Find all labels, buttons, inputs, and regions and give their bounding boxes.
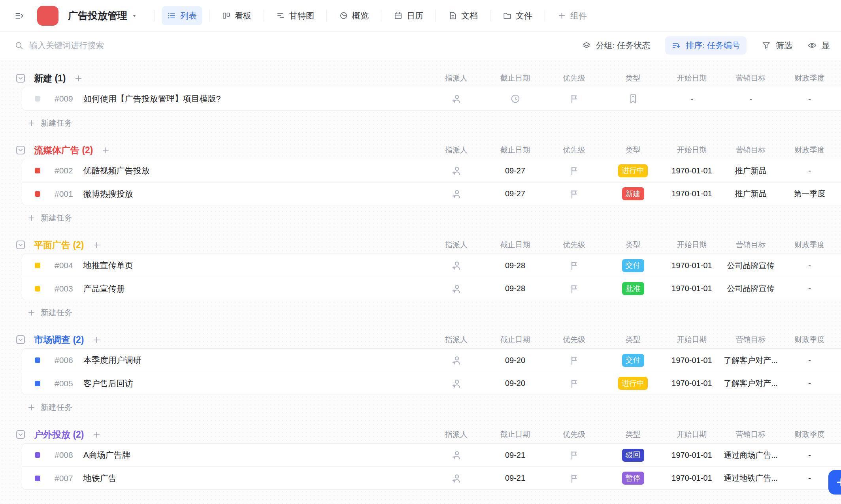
new-task-button[interactable]: 新建任务 xyxy=(27,211,72,224)
toolbar-control[interactable]: 排序: 任务编号 xyxy=(665,36,747,55)
start-date-cell[interactable]: 1970-01-01 xyxy=(662,166,721,175)
task-row[interactable]: #005 客户售后回访 09-20 进行中 1970-01-01 了解客户对产.… xyxy=(22,372,841,395)
sidebar-toggle-icon[interactable] xyxy=(14,11,25,21)
priority-cell[interactable] xyxy=(545,355,603,366)
search-input[interactable] xyxy=(29,41,266,50)
new-task-button[interactable]: 新建任务 xyxy=(27,116,72,130)
start-date-cell[interactable]: 1970-01-01 xyxy=(662,356,721,365)
due-date-cell[interactable]: 09-27 xyxy=(486,189,545,198)
assignee-cell[interactable] xyxy=(427,473,486,484)
assignee-cell[interactable] xyxy=(427,355,486,366)
assignee-cell[interactable] xyxy=(427,283,486,294)
type-cell[interactable]: 进行中 xyxy=(603,377,662,390)
due-date-cell[interactable]: 09-20 xyxy=(486,356,545,365)
assignee-cell[interactable] xyxy=(427,260,486,271)
marketing-goal-cell[interactable]: 公司品牌宣传 xyxy=(721,260,780,271)
task-title[interactable]: 微博热搜投放 xyxy=(83,188,133,199)
type-cell[interactable] xyxy=(603,93,662,104)
tab-日历[interactable]: 日历 xyxy=(388,6,429,25)
task-title[interactable]: 地推宣传单页 xyxy=(83,260,133,271)
collapse-group-icon[interactable] xyxy=(15,73,26,84)
priority-cell[interactable] xyxy=(545,473,603,484)
type-cell[interactable]: 驳回 xyxy=(603,449,662,462)
assignee-cell[interactable] xyxy=(427,378,486,389)
start-date-cell[interactable]: 1970-01-01 xyxy=(662,451,721,460)
priority-cell[interactable] xyxy=(545,165,603,176)
due-date-cell[interactable]: 09-20 xyxy=(486,379,545,388)
start-date-cell[interactable]: 1970-01-01 xyxy=(662,261,721,270)
type-cell[interactable]: 暂停 xyxy=(603,472,662,485)
task-title[interactable]: 本季度用户调研 xyxy=(83,355,141,366)
tab-概览[interactable]: 概览 xyxy=(334,6,374,25)
priority-cell[interactable] xyxy=(545,188,603,199)
marketing-goal-cell[interactable]: 通过商场广告... xyxy=(721,450,780,461)
due-date-cell[interactable]: 09-27 xyxy=(486,166,545,175)
type-cell[interactable]: 交付 xyxy=(603,354,662,367)
type-cell[interactable]: 新建 xyxy=(603,187,662,200)
priority-cell[interactable] xyxy=(545,283,603,294)
fiscal-quarter-cell[interactable]: - xyxy=(780,284,839,293)
priority-cell[interactable] xyxy=(545,449,603,461)
task-row[interactable]: #006 本季度用户调研 09-20 交付 1970-01-01 了解客户对产.… xyxy=(22,349,841,372)
tab-文档[interactable]: 文档 xyxy=(443,6,483,25)
task-row[interactable]: #007 地铁广告 09-21 暂停 1970-01-01 通过地铁广告... … xyxy=(22,466,841,489)
task-title[interactable]: 地铁广告 xyxy=(83,473,117,484)
task-row[interactable]: #008 A商场广告牌 09-21 驳回 1970-01-01 通过商场广告..… xyxy=(22,444,841,466)
add-task-to-group-icon[interactable] xyxy=(92,241,101,250)
fiscal-quarter-cell[interactable]: 第一季度 xyxy=(780,188,839,199)
priority-cell[interactable] xyxy=(545,93,603,104)
collapse-group-icon[interactable] xyxy=(15,334,26,345)
marketing-goal-cell[interactable]: 通过地铁广告... xyxy=(721,473,780,483)
assignee-cell[interactable] xyxy=(427,165,486,176)
collapse-group-icon[interactable] xyxy=(15,429,26,440)
fiscal-quarter-cell[interactable]: - xyxy=(780,261,839,270)
project-title-dropdown[interactable]: 广告投放管理 xyxy=(68,9,138,22)
tab-组件[interactable]: 组件 xyxy=(552,6,592,25)
assignee-cell[interactable] xyxy=(427,93,486,104)
fiscal-quarter-cell[interactable]: - xyxy=(780,379,839,388)
toolbar-control[interactable]: 分组: 任务状态 xyxy=(582,40,651,51)
marketing-goal-cell[interactable]: 了解客户对产... xyxy=(721,378,780,389)
start-date-cell[interactable]: - xyxy=(662,94,721,103)
task-title[interactable]: 产品宣传册 xyxy=(83,283,125,294)
marketing-goal-cell[interactable]: - xyxy=(721,94,780,103)
assignee-cell[interactable] xyxy=(427,188,486,199)
fiscal-quarter-cell[interactable]: - xyxy=(780,94,839,103)
task-title[interactable]: 优酷视频广告投放 xyxy=(83,165,150,176)
marketing-goal-cell[interactable]: 推广新品 xyxy=(721,188,780,199)
due-date-cell[interactable] xyxy=(486,93,545,104)
toolbar-control[interactable]: 显 xyxy=(807,40,830,51)
task-title[interactable]: 如何使用【广告投放管理】项目模版? xyxy=(83,93,221,104)
add-task-to-group-icon[interactable] xyxy=(92,335,101,344)
start-date-cell[interactable]: 1970-01-01 xyxy=(662,379,721,388)
marketing-goal-cell[interactable]: 了解客户对产... xyxy=(721,355,780,366)
add-task-to-group-icon[interactable] xyxy=(92,430,101,439)
priority-cell[interactable] xyxy=(545,260,603,271)
add-task-to-group-icon[interactable] xyxy=(101,146,110,155)
priority-cell[interactable] xyxy=(545,378,603,389)
task-row[interactable]: #004 地推宣传单页 09-28 交付 1970-01-01 公司品牌宣传 - xyxy=(22,254,841,277)
tab-列表[interactable]: 列表 xyxy=(162,6,202,25)
fiscal-quarter-cell[interactable]: - xyxy=(780,451,839,460)
type-cell[interactable]: 批准 xyxy=(603,282,662,295)
task-row[interactable]: #003 产品宣传册 09-28 批准 1970-01-01 公司品牌宣传 - xyxy=(22,277,841,300)
type-cell[interactable]: 进行中 xyxy=(603,164,662,177)
fiscal-quarter-cell[interactable]: - xyxy=(780,166,839,175)
collapse-group-icon[interactable] xyxy=(15,145,26,156)
new-task-button[interactable]: 新建任务 xyxy=(27,306,72,319)
start-date-cell[interactable]: 1970-01-01 xyxy=(662,284,721,293)
toolbar-control[interactable]: 筛选 xyxy=(762,40,792,51)
marketing-goal-cell[interactable]: 推广新品 xyxy=(721,165,780,176)
task-row[interactable]: #001 微博热搜投放 09-27 新建 1970-01-01 推广新品 第一季… xyxy=(22,182,841,205)
add-task-to-group-icon[interactable] xyxy=(74,74,83,83)
task-row[interactable]: #009 如何使用【广告投放管理】项目模版? - - - xyxy=(22,87,841,110)
due-date-cell[interactable]: 09-28 xyxy=(486,261,545,270)
due-date-cell[interactable]: 09-21 xyxy=(486,451,545,460)
marketing-goal-cell[interactable]: 公司品牌宣传 xyxy=(721,283,780,294)
tab-看板[interactable]: 看板 xyxy=(216,6,257,25)
start-date-cell[interactable]: 1970-01-01 xyxy=(662,189,721,198)
tab-文件[interactable]: 文件 xyxy=(497,6,538,25)
create-task-fab[interactable] xyxy=(828,470,841,495)
task-row[interactable]: #002 优酷视频广告投放 09-27 进行中 1970-01-01 推广新品 … xyxy=(22,159,841,182)
new-task-button[interactable]: 新建任务 xyxy=(27,401,72,414)
